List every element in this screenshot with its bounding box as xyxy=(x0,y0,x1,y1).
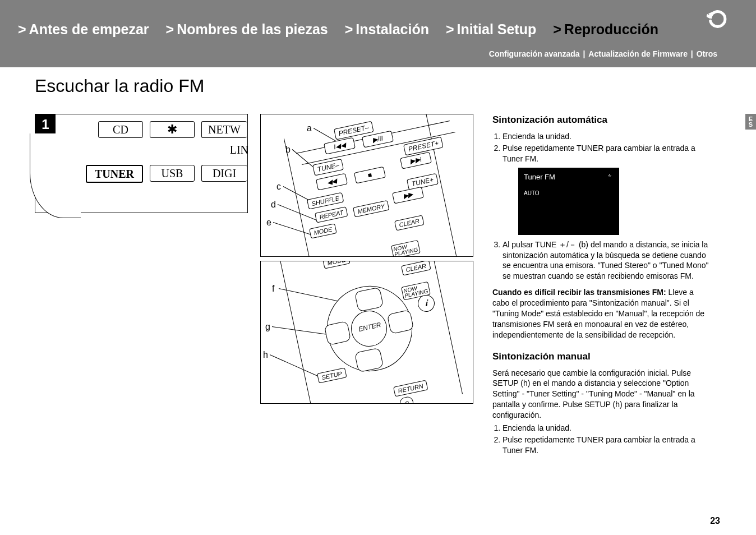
language-tab[interactable]: ES xyxy=(745,114,756,130)
display-line2: AUTO xyxy=(524,190,614,197)
next-button: ▶▶I xyxy=(400,152,432,169)
sub-otros[interactable]: Otros xyxy=(697,49,717,58)
digital-button: DIGI xyxy=(201,165,247,182)
display-line1: Tuner FM xyxy=(524,172,614,182)
callout-a: a xyxy=(307,123,312,133)
return-button: RETURN xyxy=(393,380,428,397)
callout-c: c xyxy=(276,182,281,192)
figure-remote-lower: f g h MODE CLEAR NOWPLAYING ENTER 𝒊 SETU… xyxy=(260,261,473,404)
page-title: Escuchar la radio FM xyxy=(35,76,204,96)
now-playing-label: NOWPLAYING xyxy=(391,240,421,257)
header-bar: >Antes de empezar >Nombres de las piezas… xyxy=(0,0,756,67)
undo-icon[interactable] xyxy=(707,8,729,30)
sub-breadcrumb: Configuración avanzada | Actualización d… xyxy=(488,49,718,58)
cd-button: CD xyxy=(98,121,143,138)
bc-reproduccion[interactable]: >Reproducción xyxy=(553,21,658,38)
return-icon: ↶ xyxy=(399,396,414,404)
callout-f: f xyxy=(272,284,274,294)
callout-g: g xyxy=(265,322,270,332)
clear-button: CLEAR xyxy=(394,215,424,230)
mode-button: MODE xyxy=(309,223,337,238)
clear-button-2: CLEAR xyxy=(401,261,431,276)
content-column: Sintonización automática Encienda la uni… xyxy=(492,114,711,457)
callout-h: h xyxy=(263,350,268,360)
usb-button: USB xyxy=(150,165,195,182)
rew-button: ◀◀ xyxy=(316,173,348,191)
heading-auto-tune: Sintonización automática xyxy=(492,114,711,127)
sub-firmware[interactable]: Actualización de Firmware xyxy=(588,49,688,58)
ff-button: ▶▶ xyxy=(392,187,424,204)
wifi-icon: ᯤ xyxy=(608,172,614,180)
figure-remote-upper: a b c d e PRESET– I◀◀ ▶/II PRESET+ ▶▶I T… xyxy=(260,114,473,257)
bc-instalacion[interactable]: >Instalación xyxy=(345,21,429,38)
line-label: LIN xyxy=(201,144,248,158)
callout-b: b xyxy=(285,145,291,155)
bc-initial-setup[interactable]: >Initial Setup xyxy=(446,21,536,38)
tune-plus-label: TUNE+ xyxy=(407,173,439,191)
setup-button: SETUP xyxy=(317,367,347,383)
fm-difficulty-note: Cuando es difícil recibir las transmisio… xyxy=(492,287,711,340)
sub-config[interactable]: Configuración avanzada xyxy=(489,49,580,58)
step-3: Al pulsar TUNE ＋/－ (b) del mando a dista… xyxy=(503,239,711,282)
bc-nombres[interactable]: >Nombres de las piezas xyxy=(166,21,328,38)
breadcrumb: >Antes de empezar >Nombres de las piezas… xyxy=(18,21,658,38)
stop-button: ■ xyxy=(354,167,386,184)
page-number: 23 xyxy=(710,516,720,526)
step-1: Encienda la unidad. xyxy=(503,131,711,142)
bluetooth-button: ✱ xyxy=(150,121,195,138)
figure-number-badge: 1 xyxy=(35,114,56,135)
figure-device-buttons: 1 CD ✱ NETW LIN TUNER USB DIGI xyxy=(35,114,248,213)
bc-antes[interactable]: >Antes de empezar xyxy=(18,21,149,38)
manual-step-2: Pulse repetidamente TUNER para cambiar l… xyxy=(503,435,711,456)
prev-button: I◀◀ xyxy=(324,137,356,155)
tuner-button: TUNER xyxy=(86,165,143,183)
step-2: Pulse repetidamente TUNER para cambiar l… xyxy=(503,143,711,164)
memory-button: MEMORY xyxy=(353,200,389,218)
callout-e: e xyxy=(266,218,271,228)
heading-manual-tune: Sintonización manual xyxy=(492,350,711,363)
callout-d: d xyxy=(271,200,276,210)
mode-button-2: MODE xyxy=(322,261,351,269)
manual-step-1: Encienda la unidad. xyxy=(503,423,711,433)
tuner-display: Tuner FM ᯤ AUTO xyxy=(518,168,619,235)
repeat-button: REPEAT xyxy=(315,206,348,223)
manual-intro: Será necesario que cambie la configuraci… xyxy=(492,368,711,421)
shuffle-label: SHUFFLE xyxy=(307,192,344,210)
network-button: NETW xyxy=(201,121,247,138)
